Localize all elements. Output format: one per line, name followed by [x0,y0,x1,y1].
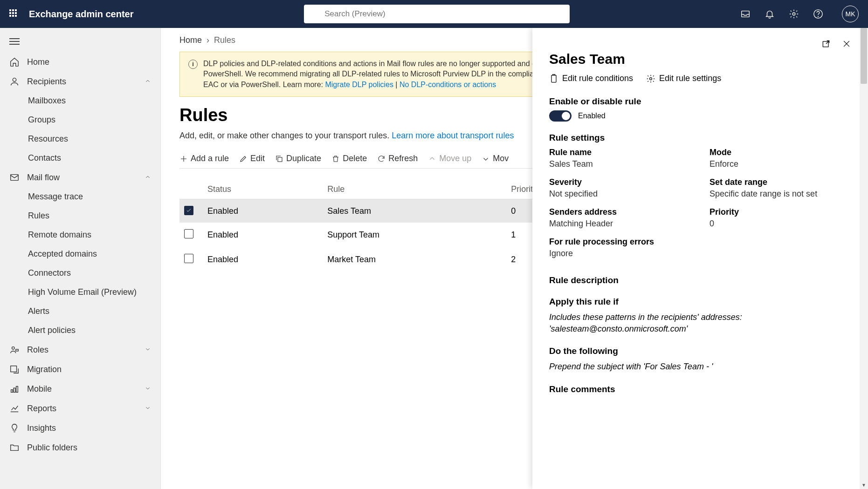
edit-settings-button[interactable]: Edit rule settings [646,74,721,83]
mail-icon [9,172,20,183]
chevron-down-icon [145,404,151,414]
sidebar-item-message-trace[interactable]: Message trace [0,187,160,206]
hamburger-icon[interactable] [0,31,160,52]
svg-rect-2 [742,11,750,17]
help-icon[interactable] [813,9,823,19]
svg-point-5 [818,16,819,17]
enable-toggle[interactable] [549,110,572,122]
apply-text: Includes these patterns in the recipient… [549,312,851,335]
app-title: Exchange admin center [29,9,134,20]
tray-icon[interactable] [740,9,751,19]
sidebar-item-home[interactable]: Home [0,52,160,72]
app-launcher-icon[interactable] [9,9,19,19]
link-migrate-dlp[interactable]: Migrate DLP policies [325,81,393,88]
sidebar-item-migration[interactable]: Migration [0,360,160,379]
scrollbar[interactable]: ▲ ▼ [860,28,868,489]
svg-point-17 [650,77,652,80]
duplicate-button[interactable]: Duplicate [275,154,321,163]
refresh-button[interactable]: Refresh [377,154,418,163]
svg-point-3 [792,13,795,15]
reports-icon [9,403,20,414]
sidebar-item-remote-domains[interactable]: Remote domains [0,225,160,244]
gear-icon[interactable] [789,9,799,19]
svg-rect-7 [11,175,19,181]
popout-icon[interactable] [821,39,831,48]
sidebar-item-groups[interactable]: Groups [0,110,160,129]
sidebar-item-label: Roles [27,345,48,355]
panel-title: Sales Team [549,51,851,67]
sidebar-item-mobile[interactable]: Mobile [0,379,160,399]
svg-rect-13 [16,387,18,393]
sidebar-item-hve[interactable]: High Volume Email (Preview) [0,283,160,302]
sidebar-item-mailboxes[interactable]: Mailboxes [0,91,160,110]
desc-heading: Rule description [549,275,851,285]
breadcrumb-home[interactable]: Home [179,35,202,45]
sidebar-item-label: Migration [27,365,62,374]
search-box[interactable] [304,5,570,23]
sidebar-item-label: Insights [27,423,56,433]
chevron-up-icon [145,173,151,183]
chevron-down-icon [145,345,151,355]
avatar[interactable]: MK [842,6,859,22]
scroll-thumb[interactable] [861,28,867,84]
movedown-button[interactable]: Mov [482,154,509,163]
comments-heading: Rule comments [549,384,851,394]
sidebar-item-label: Reports [27,404,56,414]
app-header: Exchange admin center MK [0,0,868,28]
svg-rect-14 [278,157,282,162]
settings-heading: Rule settings [549,133,851,143]
sidebar-item-insights[interactable]: Insights [0,418,160,438]
header-actions: MK [740,6,859,22]
sidebar-item-label: Mobile [27,384,52,394]
col-status[interactable]: Status [203,180,323,199]
row-checkbox[interactable] [184,206,193,215]
sidebar: Home Recipients Mailboxes Groups Resourc… [0,28,161,489]
sidebar-item-label: Public folders [27,443,77,453]
svg-point-0 [312,11,317,16]
edit-conditions-button[interactable]: Edit rule conditions [549,74,633,83]
chevron-down-icon [145,384,151,394]
svg-point-8 [12,347,15,350]
svg-rect-11 [11,390,13,393]
link-no-dlp[interactable]: No DLP-conditions or actions [400,81,496,88]
sidebar-item-mailflow[interactable]: Mail flow [0,168,160,187]
mobile-icon [9,384,20,394]
search-icon [310,9,320,19]
sidebar-item-recipients[interactable]: Recipients [0,72,160,91]
scroll-down-icon[interactable]: ▼ [860,481,868,489]
sidebar-item-rules[interactable]: Rules [0,206,160,225]
chevron-right-icon: › [207,35,209,45]
sidebar-item-contacts[interactable]: Contacts [0,149,160,168]
search-input[interactable] [324,9,563,19]
sidebar-item-accepted-domains[interactable]: Accepted domains [0,244,160,264]
col-rule[interactable]: Rule [323,180,506,199]
add-rule-button[interactable]: Add a rule [179,154,229,163]
sidebar-item-alerts[interactable]: Alerts [0,302,160,321]
enable-state: Enabled [578,112,606,120]
sidebar-item-connectors[interactable]: Connectors [0,264,160,283]
home-icon [9,57,20,67]
person-icon [9,76,20,87]
bell-icon[interactable] [765,9,775,19]
insights-icon [9,423,20,433]
sidebar-item-label: Recipients [27,77,66,87]
row-checkbox[interactable] [184,229,193,238]
sidebar-item-label: Mail flow [27,173,60,183]
delete-button[interactable]: Delete [331,154,367,163]
breadcrumb-current: Rules [214,35,235,45]
chevron-up-icon [145,77,151,87]
details-panel: Sales Team Edit rule conditions Edit rul… [532,28,868,489]
sidebar-item-public-folders[interactable]: Public folders [0,438,160,457]
roles-icon [9,345,20,355]
sidebar-item-reports[interactable]: Reports [0,399,160,418]
sidebar-item-alert-policies[interactable]: Alert policies [0,321,160,340]
sidebar-item-resources[interactable]: Resources [0,129,160,149]
sidebar-item-roles[interactable]: Roles [0,340,160,360]
row-checkbox[interactable] [184,254,193,263]
close-icon[interactable] [842,39,851,48]
link-learn-transport[interactable]: Learn more about transport rules [392,131,514,140]
sidebar-item-label: Home [27,57,49,67]
svg-rect-10 [11,366,17,372]
svg-rect-16 [551,75,556,82]
edit-button[interactable]: Edit [239,154,265,163]
